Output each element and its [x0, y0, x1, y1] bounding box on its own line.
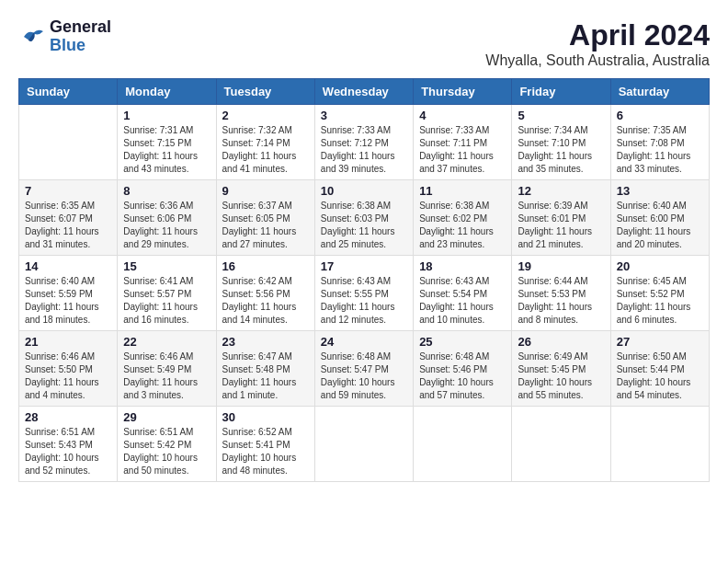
week-row-2: 7Sunrise: 6:35 AM Sunset: 6:07 PM Daylig…: [19, 180, 710, 256]
calendar-cell: 1Sunrise: 7:31 AM Sunset: 7:15 PM Daylig…: [118, 105, 216, 180]
calendar-cell: 23Sunrise: 6:47 AM Sunset: 5:48 PM Dayli…: [216, 331, 314, 407]
calendar-cell: 2Sunrise: 7:32 AM Sunset: 7:14 PM Daylig…: [216, 105, 314, 180]
day-info: Sunrise: 7:31 AM Sunset: 7:15 PM Dayligh…: [123, 124, 210, 176]
weekday-header-wednesday: Wednesday: [314, 79, 413, 105]
day-number: 8: [123, 184, 210, 198]
day-info: Sunrise: 6:40 AM Sunset: 6:00 PM Dayligh…: [617, 200, 703, 251]
day-info: Sunrise: 7:34 AM Sunset: 7:10 PM Dayligh…: [518, 124, 604, 176]
calendar-cell: 27Sunrise: 6:50 AM Sunset: 5:44 PM Dayli…: [610, 331, 709, 407]
day-info: Sunrise: 6:42 AM Sunset: 5:56 PM Dayligh…: [222, 275, 309, 327]
day-number: 14: [25, 259, 111, 273]
day-number: 24: [321, 335, 407, 349]
day-info: Sunrise: 6:36 AM Sunset: 6:06 PM Dayligh…: [123, 200, 210, 251]
day-info: Sunrise: 6:43 AM Sunset: 5:54 PM Dayligh…: [419, 275, 506, 327]
calendar-cell: 29Sunrise: 6:51 AM Sunset: 5:42 PM Dayli…: [118, 407, 216, 482]
calendar-cell: [19, 105, 118, 180]
day-info: Sunrise: 6:39 AM Sunset: 6:01 PM Dayligh…: [518, 200, 604, 251]
calendar-cell: 6Sunrise: 7:35 AM Sunset: 7:08 PM Daylig…: [610, 105, 709, 180]
logo-icon: [18, 23, 46, 51]
day-number: 17: [321, 259, 407, 273]
calendar-cell: 26Sunrise: 6:49 AM Sunset: 5:45 PM Dayli…: [512, 331, 610, 407]
day-number: 11: [419, 184, 506, 198]
day-number: 4: [419, 109, 506, 122]
calendar-cell: 30Sunrise: 6:52 AM Sunset: 5:41 PM Dayli…: [216, 407, 314, 482]
day-number: 10: [321, 184, 407, 198]
day-info: Sunrise: 6:51 AM Sunset: 5:43 PM Dayligh…: [25, 426, 111, 477]
calendar-cell: 8Sunrise: 6:36 AM Sunset: 6:06 PM Daylig…: [118, 180, 216, 256]
week-row-1: 1Sunrise: 7:31 AM Sunset: 7:15 PM Daylig…: [19, 105, 710, 180]
day-number: 22: [123, 335, 210, 349]
calendar-cell: [314, 407, 413, 482]
calendar-table: SundayMondayTuesdayWednesdayThursdayFrid…: [18, 78, 710, 482]
logo-text-general: General: [50, 18, 111, 37]
calendar-cell: 16Sunrise: 6:42 AM Sunset: 5:56 PM Dayli…: [216, 256, 314, 331]
calendar-header-row: SundayMondayTuesdayWednesdayThursdayFrid…: [19, 79, 710, 105]
calendar-cell: 10Sunrise: 6:38 AM Sunset: 6:03 PM Dayli…: [314, 180, 413, 256]
location-title: Whyalla, South Australia, Australia: [485, 52, 710, 69]
day-number: 25: [419, 335, 506, 349]
day-number: 26: [518, 335, 604, 349]
calendar-cell: 21Sunrise: 6:46 AM Sunset: 5:50 PM Dayli…: [19, 331, 118, 407]
day-info: Sunrise: 6:49 AM Sunset: 5:45 PM Dayligh…: [518, 350, 604, 402]
logo: General Blue: [18, 18, 111, 55]
day-number: 19: [518, 259, 604, 273]
day-info: Sunrise: 6:38 AM Sunset: 6:02 PM Dayligh…: [419, 200, 506, 251]
weekday-header-sunday: Sunday: [19, 79, 118, 105]
day-number: 5: [518, 109, 604, 122]
day-number: 23: [222, 335, 309, 349]
day-info: Sunrise: 6:45 AM Sunset: 5:52 PM Dayligh…: [617, 275, 703, 327]
day-info: Sunrise: 6:52 AM Sunset: 5:41 PM Dayligh…: [222, 426, 309, 477]
day-number: 21: [25, 335, 111, 349]
weekday-header-friday: Friday: [512, 79, 610, 105]
calendar-cell: 12Sunrise: 6:39 AM Sunset: 6:01 PM Dayli…: [512, 180, 610, 256]
day-info: Sunrise: 6:51 AM Sunset: 5:42 PM Dayligh…: [123, 426, 210, 477]
calendar-cell: 7Sunrise: 6:35 AM Sunset: 6:07 PM Daylig…: [19, 180, 118, 256]
day-info: Sunrise: 6:46 AM Sunset: 5:50 PM Dayligh…: [25, 350, 111, 402]
day-info: Sunrise: 7:33 AM Sunset: 7:11 PM Dayligh…: [419, 124, 506, 176]
week-row-5: 28Sunrise: 6:51 AM Sunset: 5:43 PM Dayli…: [19, 407, 710, 482]
logo-text-blue: Blue: [50, 37, 111, 55]
day-number: 15: [123, 259, 210, 273]
day-number: 2: [222, 109, 309, 122]
day-info: Sunrise: 6:50 AM Sunset: 5:44 PM Dayligh…: [617, 350, 703, 402]
day-info: Sunrise: 6:37 AM Sunset: 6:05 PM Dayligh…: [222, 200, 309, 251]
day-info: Sunrise: 6:35 AM Sunset: 6:07 PM Dayligh…: [25, 200, 111, 251]
day-info: Sunrise: 6:43 AM Sunset: 5:55 PM Dayligh…: [321, 275, 407, 327]
day-info: Sunrise: 6:46 AM Sunset: 5:49 PM Dayligh…: [123, 350, 210, 402]
calendar-cell: 13Sunrise: 6:40 AM Sunset: 6:00 PM Dayli…: [610, 180, 709, 256]
day-number: 16: [222, 259, 309, 273]
calendar-cell: 28Sunrise: 6:51 AM Sunset: 5:43 PM Dayli…: [19, 407, 118, 482]
day-number: 30: [222, 410, 309, 424]
day-number: 20: [617, 259, 703, 273]
day-number: 18: [419, 259, 506, 273]
calendar-cell: 18Sunrise: 6:43 AM Sunset: 5:54 PM Dayli…: [414, 256, 512, 331]
calendar-cell: 22Sunrise: 6:46 AM Sunset: 5:49 PM Dayli…: [118, 331, 216, 407]
weekday-header-saturday: Saturday: [610, 79, 709, 105]
day-info: Sunrise: 6:40 AM Sunset: 5:59 PM Dayligh…: [25, 275, 111, 327]
calendar-cell: 24Sunrise: 6:48 AM Sunset: 5:47 PM Dayli…: [314, 331, 413, 407]
day-number: 12: [518, 184, 604, 198]
week-row-4: 21Sunrise: 6:46 AM Sunset: 5:50 PM Dayli…: [19, 331, 710, 407]
day-number: 27: [617, 335, 703, 349]
day-number: 6: [617, 109, 703, 122]
page-header: General Blue April 2024 Whyalla, South A…: [18, 18, 710, 69]
calendar-cell: 3Sunrise: 7:33 AM Sunset: 7:12 PM Daylig…: [314, 105, 413, 180]
day-info: Sunrise: 6:47 AM Sunset: 5:48 PM Dayligh…: [222, 350, 309, 402]
day-info: Sunrise: 6:48 AM Sunset: 5:47 PM Dayligh…: [321, 350, 407, 402]
month-title: April 2024: [485, 18, 710, 52]
day-info: Sunrise: 6:38 AM Sunset: 6:03 PM Dayligh…: [321, 200, 407, 251]
day-number: 1: [123, 109, 210, 122]
day-info: Sunrise: 7:32 AM Sunset: 7:14 PM Dayligh…: [222, 124, 309, 176]
week-row-3: 14Sunrise: 6:40 AM Sunset: 5:59 PM Dayli…: [19, 256, 710, 331]
day-number: 7: [25, 184, 111, 198]
calendar-cell: 15Sunrise: 6:41 AM Sunset: 5:57 PM Dayli…: [118, 256, 216, 331]
weekday-header-monday: Monday: [118, 79, 216, 105]
calendar-cell: 17Sunrise: 6:43 AM Sunset: 5:55 PM Dayli…: [314, 256, 413, 331]
day-info: Sunrise: 6:41 AM Sunset: 5:57 PM Dayligh…: [123, 275, 210, 327]
day-info: Sunrise: 7:33 AM Sunset: 7:12 PM Dayligh…: [321, 124, 407, 176]
day-number: 29: [123, 410, 210, 424]
day-info: Sunrise: 6:48 AM Sunset: 5:46 PM Dayligh…: [419, 350, 506, 402]
calendar-cell: 5Sunrise: 7:34 AM Sunset: 7:10 PM Daylig…: [512, 105, 610, 180]
day-info: Sunrise: 6:44 AM Sunset: 5:53 PM Dayligh…: [518, 275, 604, 327]
weekday-header-thursday: Thursday: [414, 79, 512, 105]
